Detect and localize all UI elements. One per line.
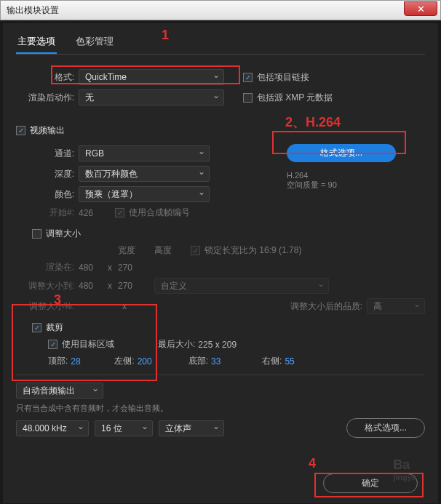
close-icon: ✕ <box>417 4 425 15</box>
crop-left-label: 左侧: <box>114 355 134 367</box>
audio-bits-select[interactable]: 16 位 <box>95 420 153 436</box>
post-render-label: 渲染后动作: <box>16 92 74 104</box>
height-header: 高度 <box>154 244 191 257</box>
resize-preset-select: 自定义 <box>154 278 329 294</box>
use-comp-frame-label: 使用合成帧编号 <box>129 207 190 219</box>
video-format-options-button[interactable]: 格式选项... <box>287 144 396 162</box>
crop-right-value[interactable]: 55 <box>285 356 294 367</box>
tab-main[interactable]: 主要选项 <box>16 31 57 54</box>
crop-bottom-label: 底部: <box>188 355 208 367</box>
video-output-header: 视频输出 <box>30 124 65 137</box>
final-size-label: 最后大小: <box>158 338 195 351</box>
format-label: 格式: <box>16 71 74 84</box>
quality-text: 空间质量 = 90 <box>287 180 425 191</box>
render-width: 480 <box>79 263 108 273</box>
video-output-checkbox[interactable] <box>16 126 25 135</box>
final-size-value: 225 x 209 <box>198 340 237 350</box>
audio-mode-select[interactable]: 自动音频输出 <box>16 383 103 399</box>
include-link-checkbox[interactable] <box>243 73 253 82</box>
titlebar: 输出模块设置 ✕ <box>0 0 441 20</box>
crop-top-value[interactable]: 28 <box>71 356 114 367</box>
lock-aspect-label: 锁定长宽比为 16:9 (1.78) <box>204 244 301 257</box>
crop-checkbox[interactable] <box>32 323 41 332</box>
use-roi-checkbox[interactable] <box>48 340 57 349</box>
crop-header: 裁剪 <box>46 321 63 334</box>
resize-pct-label: 调整大小%: <box>16 300 74 313</box>
audio-rate-select[interactable]: 48.000 kHz <box>16 420 89 436</box>
channel-select[interactable]: RGB <box>79 145 210 161</box>
resize-to-label: 调整大小到: <box>16 280 74 292</box>
crop-top-label: 顶部: <box>48 355 68 367</box>
crop-left-value[interactable]: 200 <box>138 356 188 367</box>
tab-color-management[interactable]: 色彩管理 <box>74 31 115 54</box>
resize-checkbox[interactable] <box>32 229 41 239</box>
audio-format-options-button[interactable]: 格式选项... <box>346 418 425 438</box>
tab-bar: 主要选项 色彩管理 <box>16 31 425 55</box>
include-xmp-checkbox[interactable] <box>243 93 253 103</box>
resize-header: 调整大小 <box>46 228 81 240</box>
resize-height: 270 <box>118 281 154 291</box>
render-at-label: 渲染在: <box>16 261 74 273</box>
audio-hint: 只有当合成中含有音频时，才会输出音频。 <box>16 403 168 414</box>
channel-label: 通道: <box>16 148 74 160</box>
include-xmp-label: 包括源 XMP 元数据 <box>257 92 333 104</box>
post-render-select[interactable]: 无 <box>79 89 224 105</box>
close-button[interactable]: ✕ <box>404 1 437 16</box>
after-quality-select: 高 <box>367 298 425 314</box>
width-header: 宽度 <box>118 244 154 257</box>
resize-width: 480 <box>79 281 108 291</box>
crop-right-label: 右侧: <box>262 355 282 367</box>
include-link-label: 包括项目链接 <box>257 71 309 84</box>
depth-select[interactable]: 数百万种颜色 <box>79 166 210 182</box>
watermark: Ba jingye <box>393 457 416 481</box>
codec-text: H.264 <box>287 171 425 180</box>
use-comp-frame-checkbox <box>115 208 124 217</box>
color-select[interactable]: 预乘（遮罩） <box>79 186 210 202</box>
dialog-content: 主要选项 色彩管理 1 格式: QuickTime 包括项目链接 渲染后动作: … <box>3 23 438 503</box>
crop-bottom-value[interactable]: 33 <box>211 356 262 367</box>
window-title: 输出模块设置 <box>7 4 59 17</box>
watermark-name: jingye <box>393 473 416 481</box>
start-label: 开始#: <box>16 207 74 219</box>
color-label: 颜色: <box>16 188 74 201</box>
audio-channels-select[interactable]: 立体声 <box>159 420 224 436</box>
watermark-brand: Ba <box>393 457 416 473</box>
after-quality-label: 调整大小后的品质: <box>290 300 362 313</box>
depth-label: 深度: <box>16 168 74 180</box>
annotation-4: 4 <box>309 456 316 471</box>
render-height: 270 <box>118 263 132 273</box>
format-select[interactable]: QuickTime <box>79 69 224 85</box>
lock-aspect-checkbox <box>191 246 200 255</box>
start-value: 426 <box>79 208 115 218</box>
use-roi-label: 使用目标区域 <box>62 338 114 351</box>
